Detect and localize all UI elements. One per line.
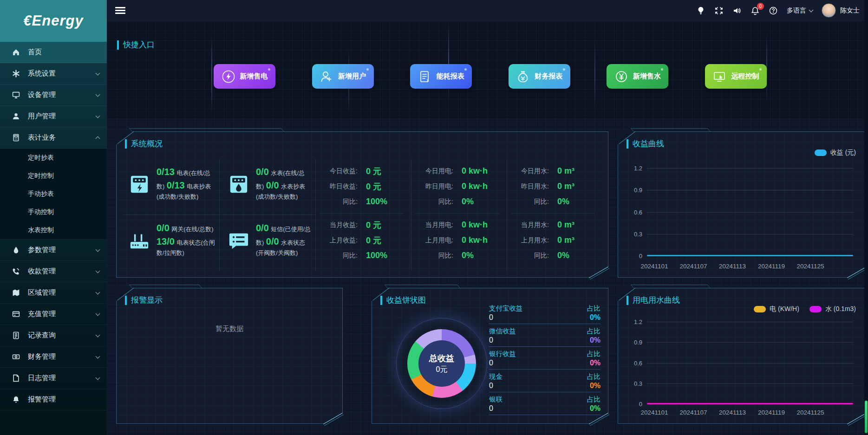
usage-chart-plot: 1.2 0.9 0.6 0.3 0 bbox=[647, 322, 853, 404]
usage-chart-legend: 电 (KW/H) 水 (0.1m3) bbox=[754, 305, 856, 313]
sidebar-subitem-water-meter-control[interactable]: 水表控制 bbox=[0, 221, 107, 239]
legend-swatch bbox=[815, 149, 827, 156]
list-item: 微信收益占比 00% bbox=[489, 327, 600, 347]
sidebar-item-label: 日志管理 bbox=[28, 374, 96, 383]
sidebar-item-device-management[interactable]: 设备管理 bbox=[0, 84, 107, 106]
main-area: 0 多语言 陈女士 快捷入口 新增售电 bbox=[107, 0, 868, 435]
alarm-display-panel: 报警显示 暂无数据 bbox=[116, 288, 343, 424]
meter-stats-grid: 0/13 电表(在线/总数) 0/13 电表抄表(成功数/失败数) 0/0 水表… bbox=[123, 159, 315, 271]
add-user-button[interactable]: 新增用户 bbox=[312, 64, 374, 89]
stat-value: 0/0 bbox=[256, 167, 269, 177]
notification-bell-icon[interactable]: 0 bbox=[751, 6, 760, 15]
sidebar-item-home[interactable]: 首页 bbox=[0, 42, 107, 63]
revenue-x-axis-labels: 2024110120241107202411132024111920241125 bbox=[635, 263, 830, 270]
sidebar-item-system-settings[interactable]: 系统设置 bbox=[0, 63, 107, 84]
sidebar-item-alarm-management[interactable]: 报警管理 bbox=[0, 389, 107, 410]
quick-entry-buttons: 新增售电 新增用户 能耗报表 财务报表 新增售水 远程控制 bbox=[214, 64, 767, 89]
sidebar-subitem-scheduled-control[interactable]: 定时控制 bbox=[0, 167, 107, 185]
alarm-display-title: 报警显示 bbox=[125, 295, 163, 305]
energy-report-icon bbox=[418, 70, 432, 84]
stat-label: 网关(在线/总数) bbox=[171, 226, 213, 233]
meter-icon bbox=[12, 134, 20, 142]
chevron-down-icon bbox=[96, 375, 100, 380]
sms-icon bbox=[228, 230, 249, 251]
revenue-chart-plot: 1.2 0.9 0.6 0.3 0 bbox=[647, 168, 853, 256]
sidebar-item-label: 收款管理 bbox=[28, 267, 96, 276]
system-overview-title: 系统概况 bbox=[125, 138, 163, 149]
electric-meter-icon bbox=[129, 174, 150, 195]
sidebar-item-label: 记录查询 bbox=[28, 331, 96, 340]
droplet-icon bbox=[12, 246, 20, 254]
chevron-down-icon bbox=[96, 268, 100, 273]
records-icon bbox=[12, 331, 20, 339]
sidebar-item-record-query[interactable]: 记录查询 bbox=[0, 325, 107, 346]
hamburger-menu-icon[interactable] bbox=[115, 6, 125, 16]
user-menu[interactable]: 陈女士 bbox=[822, 3, 860, 18]
user-icon bbox=[12, 112, 20, 120]
stat-value: 0/0 bbox=[266, 236, 279, 247]
revenue-zero-line bbox=[647, 255, 853, 256]
electricity-stats-column: 今日用电:0 kw·h 昨日用电:0 kw·h 同比:0% 当月用电:0 kw·… bbox=[411, 159, 507, 271]
sound-icon[interactable] bbox=[732, 6, 742, 15]
legend-swatch-electricity bbox=[754, 306, 766, 312]
stat-value: 0/0 bbox=[256, 223, 269, 233]
stat-value: 0/0 bbox=[157, 223, 170, 233]
language-selector[interactable]: 多语言 bbox=[787, 6, 813, 15]
sidebar-item-label: 首页 bbox=[28, 48, 99, 57]
energy-report-button[interactable]: 能耗报表 bbox=[410, 64, 472, 89]
sidebar-item-log-management[interactable]: 日志管理 bbox=[0, 368, 107, 389]
add-electricity-sale-button[interactable]: 新增售电 bbox=[214, 64, 275, 89]
sidebar-subitem-manual-control[interactable]: 手动控制 bbox=[0, 203, 107, 221]
water-meter-stat: 0/0 水表(在线/总数) 0/0 水表抄表(成功数/失败数) bbox=[219, 159, 315, 215]
money-bag-icon bbox=[516, 70, 530, 84]
sidebar-item-meter-business[interactable]: 表计业务 bbox=[0, 127, 107, 149]
chevron-up-icon bbox=[96, 136, 100, 141]
sidebar-item-parameter-management[interactable]: 参数管理 bbox=[0, 240, 107, 261]
donut-center: 总收益 0元 bbox=[418, 340, 465, 387]
device-icon bbox=[12, 91, 20, 99]
chevron-down-icon bbox=[96, 113, 100, 118]
theme-bulb-icon[interactable] bbox=[696, 6, 705, 15]
legend-swatch-water bbox=[809, 306, 822, 312]
settings-icon bbox=[12, 70, 20, 78]
fullscreen-icon[interactable] bbox=[714, 6, 724, 15]
gateway-stat: 0/0 网关(在线/总数) 13/0 电表状态(合闸数/拉闸数) bbox=[123, 215, 219, 271]
sms-stat: 0/0 短信(已使用/总数) 0/0 水表状态(开阀数/关阀数) bbox=[219, 215, 315, 271]
sidebar-subitem-manual-reading[interactable]: 手动抄表 bbox=[0, 185, 107, 203]
revenue-chart-legend: 收益 (元) bbox=[815, 149, 856, 157]
total-revenue-value: 0元 bbox=[436, 365, 448, 375]
remote-control-button[interactable]: 远程控制 bbox=[705, 64, 767, 89]
sidebar-item-payment-management[interactable]: 收款管理 bbox=[0, 261, 107, 282]
list-item: 银联占比 00% bbox=[489, 395, 600, 415]
stat-value: 13/0 bbox=[157, 236, 175, 247]
sidebar-item-recharge-management[interactable]: 充值管理 bbox=[0, 304, 107, 325]
sidebar-item-finance-management[interactable]: 财务管理 bbox=[0, 346, 107, 368]
map-icon bbox=[12, 289, 20, 297]
revenue-stats-column: 今日收益:0 元 昨日收益:0 元 同比:100% 当月收益:0 元 上月收益:… bbox=[315, 159, 411, 271]
meter-business-submenu: 定时抄表 定时控制 手动抄表 手动控制 水表控制 bbox=[0, 149, 107, 240]
sidebar-item-label: 参数管理 bbox=[28, 246, 96, 254]
list-item: 银行收益占比 00% bbox=[489, 350, 600, 370]
help-icon[interactable] bbox=[769, 6, 778, 15]
list-item: 支付宝收益占比 00% bbox=[489, 304, 600, 324]
dashboard-content: 系统概况 0/13 电表(在线/总数) 0/13 电表抄表(成功数/失败数) bbox=[107, 119, 868, 435]
alarm-icon bbox=[12, 396, 20, 403]
sidebar-item-area-management[interactable]: 区域管理 bbox=[0, 282, 107, 304]
sidebar-item-label: 系统设置 bbox=[28, 69, 96, 78]
add-water-sale-button[interactable]: 新增售水 bbox=[607, 64, 668, 89]
revenue-curve-title: 收益曲线 bbox=[627, 138, 664, 149]
list-item: 现金占比 00% bbox=[489, 372, 600, 392]
revenue-curve-panel: 收益曲线 收益 (元) 1.2 0.9 0.6 0.3 0 2024110120… bbox=[618, 131, 867, 278]
language-label: 多语言 bbox=[787, 6, 806, 15]
system-overview-panel: 系统概况 0/13 电表(在线/总数) 0/13 电表抄表(成功数/失败数) bbox=[116, 131, 608, 278]
sidebar-item-label: 表计业务 bbox=[28, 133, 96, 142]
total-revenue-label: 总收益 bbox=[429, 353, 454, 364]
scrollbar-thumb[interactable] bbox=[865, 401, 868, 433]
sidebar-item-user-management[interactable]: 用户管理 bbox=[0, 106, 107, 127]
finance-icon bbox=[12, 353, 20, 361]
finance-report-button[interactable]: 财务报表 bbox=[509, 64, 570, 89]
chevron-down-icon bbox=[96, 247, 100, 252]
sidebar-subitem-scheduled-reading[interactable]: 定时抄表 bbox=[0, 149, 107, 167]
user-plus-icon bbox=[320, 70, 333, 84]
page-scrollbar[interactable] bbox=[864, 0, 868, 435]
